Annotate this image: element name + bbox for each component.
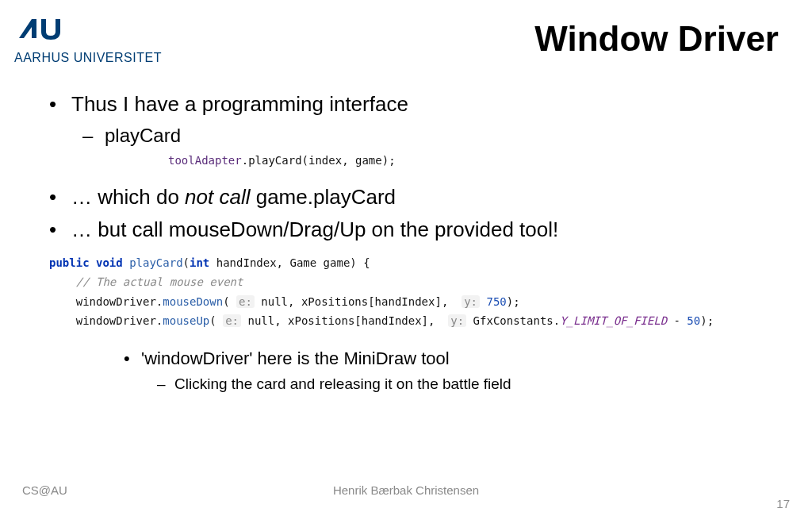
slide-footer: CS@AU Henrik Bærbak Christensen 17 xyxy=(0,483,812,497)
code-hint: e: xyxy=(236,295,255,308)
code-snippet-2: public void playCard(int handIndex, Game… xyxy=(49,253,780,331)
code-snippet-1: toolAdapter.playCard(index, game); xyxy=(168,153,780,169)
code-num: 750 xyxy=(480,295,507,308)
code-num: 50 xyxy=(687,314,700,327)
logo-region: AARHUS UNIVERSITET xyxy=(14,14,162,65)
code-token: ); xyxy=(507,295,520,308)
code-token: null, xPositions[handIndex], xyxy=(241,314,448,327)
bullet-3: … but call mouseDown/Drag/Up on the prov… xyxy=(49,217,780,242)
bullet-4-sub: Clicking the card and releasing it on th… xyxy=(157,375,780,393)
code-token: windowDriver. xyxy=(49,314,163,327)
footer-center: Henrik Bærbak Christensen xyxy=(0,483,812,497)
code-kw: int xyxy=(190,256,209,269)
code-hint: y: xyxy=(448,314,466,327)
bullet-1-sub: playCard xyxy=(82,125,780,147)
text-emph: not call xyxy=(185,185,250,209)
code-hint: e: xyxy=(223,314,241,327)
code-method: mouseDown xyxy=(163,295,223,308)
logo-text: AARHUS UNIVERSITET xyxy=(14,51,162,65)
slide-content: Thus I have a programming interface play… xyxy=(49,92,780,393)
code-const: Y_LIMIT_OF_FIELD xyxy=(560,314,667,327)
au-logo-icon xyxy=(14,14,162,46)
text: game.playCard xyxy=(250,185,396,209)
bullet-1: Thus I have a programming interface xyxy=(49,92,780,117)
code-hint: y: xyxy=(462,295,480,308)
code-token: ); xyxy=(700,314,714,327)
code-method: mouseUp xyxy=(163,314,209,327)
code-kw: public void xyxy=(49,256,123,269)
code-token: toolAdapter xyxy=(168,154,242,167)
code-token: - xyxy=(667,314,687,327)
code-method: playCard xyxy=(123,256,183,269)
code-token: ( xyxy=(183,256,190,269)
code-token: GfxConstants. xyxy=(466,314,560,327)
text: … which do xyxy=(71,185,185,209)
code-token: ( xyxy=(209,314,223,327)
code-token: ( xyxy=(223,295,236,308)
code-token: null, xPositions[handIndex], xyxy=(255,295,462,308)
bullet-2: … which do not call game.playCard xyxy=(49,185,780,210)
code-token: handIndex, Game game) { xyxy=(209,256,370,269)
bullet-4: 'windowDriver' here is the MiniDraw tool xyxy=(124,348,780,369)
footer-left: CS@AU xyxy=(22,483,67,497)
code-comment: // The actual mouse event xyxy=(49,275,243,288)
code-token: windowDriver. xyxy=(49,295,163,308)
page-number: 17 xyxy=(776,497,790,508)
slide-title: Window Driver xyxy=(534,19,779,59)
code-token: .playCard(index, game); xyxy=(242,154,396,167)
